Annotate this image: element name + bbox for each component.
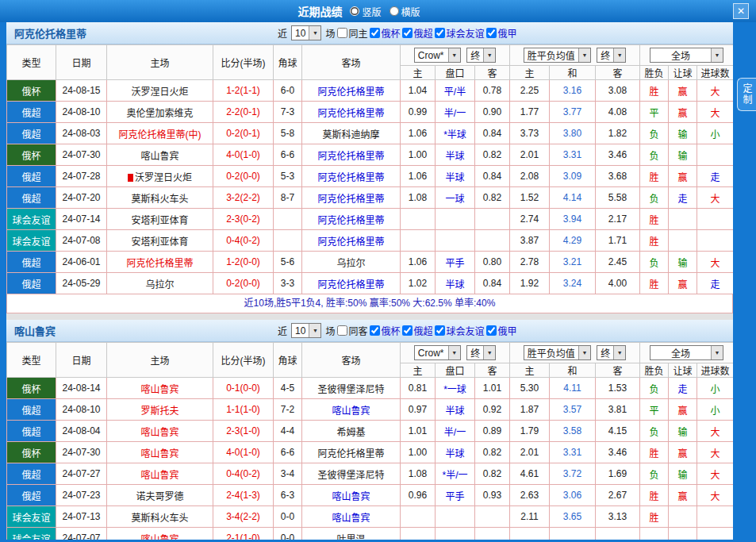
handicap-line: 半/一 [436, 421, 475, 442]
away-team[interactable]: 喀山鲁宾 [302, 399, 401, 421]
scope-select[interactable]: 全场▼ [650, 48, 723, 63]
home-team[interactable]: 阿克伦托格里蒂(中) [107, 123, 213, 144]
match-score[interactable]: 4-0(1-0) [213, 144, 274, 166]
home-team[interactable]: 沃罗涅日火炬 [107, 80, 213, 102]
league-super-checkbox[interactable] [402, 325, 413, 336]
recent-count-select[interactable]: 10▼ [291, 323, 321, 338]
league-filter-friendly[interactable]: 球会友谊 [435, 324, 484, 337]
match-score[interactable]: 0-2(0-0) [213, 273, 274, 294]
avg-final-select[interactable]: 终▼ [597, 345, 626, 360]
match-score[interactable]: 4-0(1-0) [213, 442, 274, 463]
match-score[interactable]: 3-2(2-2) [213, 187, 274, 209]
away-team[interactable]: 阿克伦托格里蒂 [302, 144, 401, 166]
match-score[interactable]: 1-2(0-0) [213, 252, 274, 273]
home-team[interactable]: 莫斯科火车头 [107, 187, 213, 209]
away-team[interactable]: 阿克伦托格里蒂 [302, 102, 401, 123]
bookmaker-select[interactable]: Crow*▼ [414, 345, 461, 360]
match-score[interactable]: 2-3(0-2) [213, 209, 274, 230]
match-score[interactable]: 0-4(0-2) [213, 463, 274, 485]
league-filter-first[interactable]: 俄甲 [486, 324, 516, 337]
home-team[interactable]: 沃罗涅日火炬 [107, 166, 213, 187]
home-team[interactable]: 奥伦堡加索维克 [107, 102, 213, 123]
away-team[interactable]: 阿克伦托格里蒂 [302, 442, 401, 463]
league-friendly-checkbox[interactable] [435, 28, 445, 38]
league-filter-super[interactable]: 俄超 [402, 324, 432, 337]
odds-final-select[interactable]: 终▼ [466, 48, 496, 63]
away-team[interactable]: 喀山鲁宾 [302, 506, 401, 528]
same-venue-option[interactable]: 同主 [337, 26, 367, 40]
home-team[interactable]: 喀山鲁宾 [107, 144, 213, 166]
red-card-icon [128, 174, 133, 182]
customize-side-tab[interactable]: 定制 [737, 78, 756, 111]
league-filter-cup[interactable]: 俄杯 [370, 26, 400, 40]
match-score[interactable]: 1-1(1-0) [213, 399, 274, 421]
bookmaker-select[interactable]: Crow*▼ [414, 48, 461, 63]
away-team[interactable]: 阿克伦托格里蒂 [302, 209, 401, 230]
home-team[interactable]: 喀山鲁宾 [107, 528, 213, 540]
match-score[interactable]: 0-2(0-1) [213, 123, 274, 144]
league-filter-cup[interactable]: 俄杯 [370, 324, 400, 337]
home-team[interactable]: 安塔利亚体育 [107, 230, 213, 252]
away-team[interactable]: 圣彼得堡泽尼特 [302, 378, 401, 399]
league-super-checkbox[interactable] [402, 28, 413, 38]
away-team[interactable]: 叶里温 [302, 528, 401, 540]
away-team[interactable]: 阿克伦托格里蒂 [302, 187, 401, 209]
league-filter-super[interactable]: 俄超 [402, 26, 432, 40]
layout-vertical-option[interactable]: 竖版 [350, 5, 381, 18]
match-score[interactable]: 2-4(1-3) [213, 485, 274, 506]
away-team[interactable]: 阿克伦托格里蒂 [302, 80, 401, 102]
home-team[interactable]: 喀山鲁宾 [107, 421, 213, 442]
same-venue-checkbox[interactable] [337, 325, 347, 336]
league-filter-first[interactable]: 俄甲 [486, 26, 516, 40]
match-score[interactable]: 2-1(1-0) [213, 528, 274, 540]
result-handicap: 走 [669, 378, 697, 399]
scope-header-cell: 全场▼ [640, 343, 733, 363]
layout-horizontal-option[interactable]: 横版 [390, 5, 420, 18]
home-team[interactable]: 罗斯托夫 [107, 399, 213, 421]
same-venue-option[interactable]: 同客 [337, 324, 367, 337]
match-score[interactable]: 2-3(1-0) [213, 421, 274, 442]
odds-final-select[interactable]: 终▼ [466, 345, 496, 360]
match-score[interactable]: 3-4(2-2) [213, 506, 274, 528]
match-score[interactable]: 0-4(0-2) [213, 230, 274, 252]
match-score[interactable]: 1-2(1-1) [213, 80, 274, 102]
home-team[interactable]: 阿克伦托格里蒂 [107, 252, 213, 273]
league-filter-friendly[interactable]: 球会友谊 [435, 26, 484, 40]
home-team[interactable]: 乌拉尔 [107, 273, 213, 294]
handicap-line [436, 209, 475, 230]
avg-odds-select[interactable]: 胜平负均值▼ [524, 48, 591, 63]
match-score[interactable]: 0-2(0-0) [213, 166, 274, 187]
close-button[interactable]: ✕ [733, 3, 749, 19]
home-team[interactable]: 喀山鲁宾 [107, 378, 213, 399]
scope-select[interactable]: 全场▼ [650, 345, 723, 360]
home-team[interactable]: 诺夫哥罗德 [107, 485, 213, 506]
home-team[interactable]: 莫斯科火车头 [107, 506, 213, 528]
result-handicap: 赢 [669, 442, 697, 463]
match-score[interactable]: 2-2(0-1) [213, 102, 274, 123]
match-score[interactable]: 0-1(0-0) [213, 378, 274, 399]
away-team[interactable]: 喀山鲁宾 [302, 485, 401, 506]
away-team[interactable]: 莫斯科迪纳摩 [302, 123, 401, 144]
away-team[interactable]: 乌拉尔 [302, 252, 401, 273]
away-team[interactable]: 希姆基 [302, 421, 401, 442]
league-cup-checkbox[interactable] [370, 28, 380, 38]
horizontal-radio[interactable] [390, 6, 399, 16]
home-team[interactable]: 安塔利亚体育 [107, 209, 213, 230]
away-team[interactable]: 阿克伦托格里蒂 [302, 273, 401, 294]
away-team[interactable]: 圣彼得堡泽尼特 [302, 463, 401, 485]
avg-odds-select[interactable]: 胜平负均值▼ [524, 345, 591, 360]
avg-final-select[interactable]: 终▼ [597, 48, 626, 63]
league-cup-checkbox[interactable] [370, 325, 380, 336]
chevron-down-icon: ▼ [613, 48, 625, 62]
away-team[interactable]: 阿克伦托格里蒂 [302, 166, 401, 187]
league-first-checkbox[interactable] [486, 28, 497, 38]
away-team[interactable]: 阿克伦托格里蒂 [302, 230, 401, 252]
home-team[interactable]: 喀山鲁宾 [107, 463, 213, 485]
league-friendly-checkbox[interactable] [435, 325, 445, 336]
avg-draw-odds [550, 528, 596, 540]
league-first-checkbox[interactable] [486, 325, 497, 336]
recent-count-select[interactable]: 10▼ [291, 25, 321, 40]
vertical-radio[interactable] [350, 6, 359, 16]
same-venue-checkbox[interactable] [337, 28, 347, 38]
home-team[interactable]: 喀山鲁宾 [107, 442, 213, 463]
